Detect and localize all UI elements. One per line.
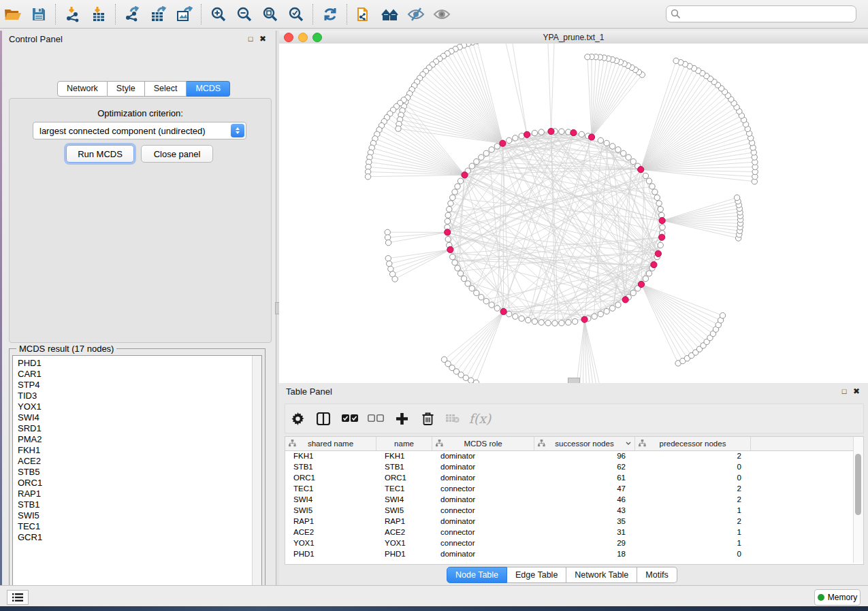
table-row[interactable]: SWI4SWI4dominator462 <box>285 494 853 505</box>
table-cell: RAP1 <box>376 517 432 525</box>
mcds-result-item[interactable]: TEC1 <box>18 521 261 532</box>
table-cell: 43 <box>534 506 635 514</box>
node-table-rows[interactable]: FKH1FKH1dominator962STB1STB1dominator620… <box>285 450 853 559</box>
task-history-button[interactable] <box>7 590 29 605</box>
save-session-icon[interactable] <box>26 3 52 26</box>
mcds-result-item[interactable]: SRD1 <box>18 423 261 434</box>
tab-edge-table[interactable]: Edge Table <box>507 567 566 583</box>
control-panel: Control Panel □ ✖ NetworkStyleSelectMCDS… <box>2 31 276 585</box>
first-neighbors-icon[interactable] <box>377 3 403 26</box>
hide-selected-icon[interactable] <box>403 3 429 26</box>
show-all-icon[interactable] <box>429 3 455 26</box>
close-panel-button[interactable]: Close panel <box>141 145 213 163</box>
column-layout-icon[interactable] <box>310 407 337 430</box>
table-cell: SWI4 <box>376 495 432 503</box>
refresh-layout-icon[interactable] <box>317 3 343 26</box>
table-cell: 35 <box>534 517 635 525</box>
scrollbar-thumb[interactable] <box>855 454 861 515</box>
mcds-result-item[interactable]: SWI4 <box>18 412 261 423</box>
tab-node-table[interactable]: Node Table <box>447 567 507 583</box>
zoom-fit-icon[interactable] <box>257 3 283 26</box>
mcds-result-list[interactable]: PHD1CAR1STP4TID3YOX1SWI4SRD1PMA2FKH1ACE2… <box>12 355 262 599</box>
zoom-out-icon[interactable] <box>231 3 257 26</box>
table-cell: dominator <box>432 463 534 471</box>
network-graph[interactable] <box>279 44 868 383</box>
mcds-result-item[interactable]: ORC1 <box>18 478 261 489</box>
tab-network[interactable]: Network <box>57 81 108 97</box>
table-panel-title: Table Panel <box>279 386 838 397</box>
mcds-result-item[interactable]: ACE2 <box>18 456 261 467</box>
table-row[interactable]: FKH1FKH1dominator962 <box>285 450 853 461</box>
table-row[interactable]: ACE2ACE2connector311 <box>285 527 853 538</box>
table-cell: connector <box>432 539 534 547</box>
table-settings-icon[interactable] <box>285 407 310 430</box>
delete-column-icon[interactable] <box>415 407 440 430</box>
column-header-predecessor-nodes[interactable]: predecessor nodes <box>635 437 751 450</box>
mcds-result-item[interactable]: STB1 <box>18 499 261 510</box>
mcds-result-item[interactable]: PHD1 <box>18 358 261 369</box>
column-header-label: shared name <box>308 440 353 448</box>
deselect-all-icon[interactable] <box>363 407 389 430</box>
network-window-titlebar[interactable]: YPA_prune.txt_1 <box>279 31 868 44</box>
tab-motifs[interactable]: Motifs <box>637 567 677 583</box>
column-header-successor-nodes[interactable]: successor nodes <box>534 437 635 450</box>
mcds-result-item[interactable]: RAP1 <box>18 489 261 499</box>
mcds-result-item[interactable]: PMA2 <box>18 434 261 445</box>
run-mcds-button[interactable]: Run MCDS <box>66 145 134 163</box>
optimization-criterion-select[interactable]: largest connected component (undirected) <box>33 122 246 139</box>
mcds-result-item[interactable]: YOX1 <box>18 401 261 412</box>
mcds-result-item[interactable]: FKH1 <box>18 445 261 456</box>
node-table-header[interactable]: shared namenameMCDS rolesuccessor nodesp… <box>285 437 853 451</box>
table-row[interactable]: ORC1ORC1dominator610 <box>285 472 853 483</box>
zoom-in-icon[interactable] <box>206 3 231 26</box>
mcds-result-item[interactable]: STP4 <box>18 380 261 391</box>
table-row[interactable]: STB1STB1dominator620 <box>285 461 853 472</box>
toolbar-separator <box>115 4 116 24</box>
memory-button[interactable]: Memory <box>814 589 861 606</box>
tab-mcds[interactable]: MCDS <box>187 81 230 97</box>
table-row[interactable]: TEC1TEC1connector472 <box>285 483 853 494</box>
close-panel-icon[interactable]: ✖ <box>257 33 269 44</box>
import-network-icon[interactable] <box>60 3 86 26</box>
tab-network-table[interactable]: Network Table <box>566 567 637 583</box>
mcds-result-item[interactable]: GCR1 <box>18 532 261 543</box>
tab-select[interactable]: Select <box>145 81 187 97</box>
table-toolbar: f(x) <box>285 403 864 433</box>
toolbar-separator <box>347 4 348 24</box>
table-cell: dominator <box>432 495 534 503</box>
column-header-shared-name[interactable]: shared name <box>285 437 376 450</box>
mcds-list-scrollbar[interactable] <box>252 356 261 598</box>
network-canvas[interactable] <box>279 44 868 383</box>
zoom-selected-icon[interactable] <box>283 3 309 26</box>
table-row[interactable]: SWI5SWI5connector431 <box>285 505 853 516</box>
column-header-MCDS-role[interactable]: MCDS role <box>432 437 534 450</box>
mcds-result-item[interactable]: SWI5 <box>18 510 261 521</box>
mcds-result-item[interactable]: STB5 <box>18 467 261 478</box>
select-all-check-icon[interactable] <box>337 407 363 430</box>
column-header-label: predecessor nodes <box>660 440 726 448</box>
new-network-from-selection-icon[interactable] <box>351 3 377 26</box>
table-row[interactable]: PHD1PHD1dominator180 <box>285 548 853 559</box>
mcds-result-item[interactable]: TID3 <box>18 391 261 401</box>
export-image-icon[interactable] <box>172 3 197 26</box>
search-input[interactable] <box>666 5 856 22</box>
float-window-icon[interactable]: □ <box>838 386 850 397</box>
export-table-icon[interactable] <box>146 3 172 26</box>
add-column-icon[interactable] <box>389 407 415 430</box>
import-table-icon[interactable] <box>86 3 112 26</box>
table-row[interactable]: RAP1RAP1dominator352 <box>285 516 853 527</box>
column-header-name[interactable]: name <box>376 437 432 450</box>
column-type-icon <box>639 440 646 447</box>
close-panel-icon[interactable]: ✖ <box>850 386 863 397</box>
mcds-result-title: MCDS result (17 nodes) <box>16 344 116 354</box>
mcds-tab-content: Optimization criterion: largest connecte… <box>9 98 272 343</box>
open-file-icon[interactable] <box>0 3 26 26</box>
tab-style[interactable]: Style <box>108 81 145 97</box>
table-cell: PHD1 <box>376 550 432 558</box>
table-cell: 18 <box>534 550 635 558</box>
export-network-icon[interactable] <box>120 3 146 26</box>
float-window-icon[interactable]: □ <box>244 33 257 44</box>
mcds-result-item[interactable]: CAR1 <box>18 369 261 380</box>
node-table-scrollbar[interactable] <box>853 437 863 563</box>
table-row[interactable]: YOX1YOX1connector291 <box>285 538 853 548</box>
